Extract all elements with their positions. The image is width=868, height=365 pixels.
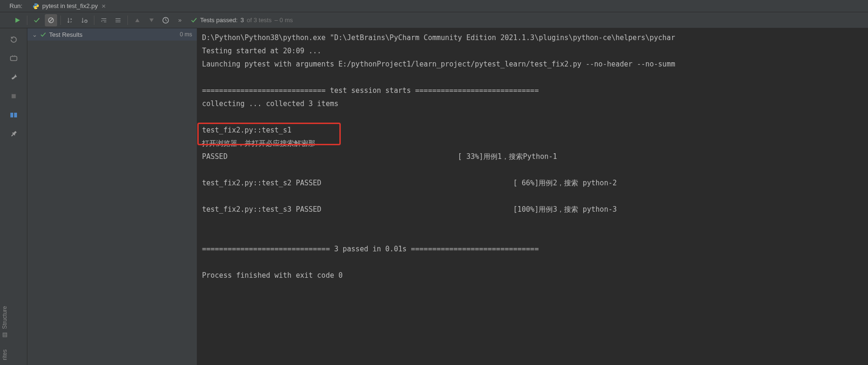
svg-rect-8 xyxy=(10,57,17,61)
test-tree: ⌄ Test Results 0 ms xyxy=(27,28,197,365)
prev-failed-button[interactable] xyxy=(131,14,143,26)
tree-root-label: Test Results xyxy=(49,31,83,38)
svg-text:z: z xyxy=(70,20,72,23)
separator xyxy=(27,16,27,25)
toggle-auto-test-icon[interactable] xyxy=(7,52,20,65)
svg-line-3 xyxy=(50,18,53,22)
sort-duration-button[interactable] xyxy=(78,14,91,26)
structure-icon: ▤ xyxy=(2,332,8,338)
check-icon xyxy=(40,32,46,38)
chevron-down-icon: ⌄ xyxy=(32,31,37,38)
favorites-label: rites xyxy=(1,349,8,360)
more-button[interactable]: » xyxy=(174,14,186,26)
run-tab[interactable]: pytest in test_fix2.py × xyxy=(29,0,110,12)
tests-time-label: – 0 ms xyxy=(274,17,293,24)
svg-rect-9 xyxy=(11,94,16,99)
console-output[interactable]: D:\Python\Python38\python.exe "D:\JetBra… xyxy=(197,28,868,365)
show-ignored-button[interactable] xyxy=(45,14,57,26)
separator xyxy=(94,16,94,25)
tests-passed-label: Tests passed: xyxy=(200,17,238,24)
rerun-failed-icon[interactable] xyxy=(7,33,20,46)
python-icon xyxy=(33,3,39,9)
check-icon xyxy=(191,17,197,24)
tree-root-row[interactable]: ⌄ Test Results 0 ms xyxy=(27,28,197,41)
svg-rect-10 xyxy=(10,113,13,117)
favorites-side-tab[interactable]: rites xyxy=(1,349,8,360)
rerun-button[interactable] xyxy=(11,14,24,26)
show-passed-button[interactable] xyxy=(31,14,43,26)
test-status: Tests passed: 3 of 3 tests – 0 ms xyxy=(191,17,293,24)
structure-side-tab[interactable]: ▤ Structure xyxy=(1,306,8,339)
test-toolbar: az » Tests passed: 3 of 3 tests – 0 ms xyxy=(0,12,868,28)
expand-all-button[interactable] xyxy=(98,14,110,26)
svg-rect-11 xyxy=(14,113,17,117)
annotation-highlight xyxy=(197,123,341,145)
side-tabs: ▤ Structure rites xyxy=(0,306,9,360)
structure-label: Structure xyxy=(1,306,8,329)
layout-icon[interactable] xyxy=(7,108,20,122)
tree-root-time: 0 ms xyxy=(180,31,192,38)
test-history-button[interactable] xyxy=(160,14,172,26)
settings-icon[interactable] xyxy=(7,71,20,84)
stop-icon[interactable] xyxy=(7,90,20,103)
run-label: Run: xyxy=(9,2,22,9)
separator xyxy=(127,16,128,25)
main-area: ⌄ Test Results 0 ms D:\Python\Python38\p… xyxy=(0,28,868,365)
tests-passed-count: 3 xyxy=(241,17,244,24)
next-failed-button[interactable] xyxy=(145,14,158,26)
tests-of-label: of 3 tests xyxy=(247,17,272,24)
svg-point-1 xyxy=(37,8,37,8)
collapse-all-button[interactable] xyxy=(112,14,124,26)
separator xyxy=(60,16,61,25)
svg-point-0 xyxy=(35,4,35,4)
close-icon[interactable]: × xyxy=(101,2,106,10)
run-tab-title: pytest in test_fix2.py xyxy=(42,2,98,9)
pin-icon[interactable] xyxy=(7,127,20,141)
sort-alphabetically-button[interactable]: az xyxy=(64,14,76,26)
run-tabbar: Run: pytest in test_fix2.py × xyxy=(0,0,868,12)
